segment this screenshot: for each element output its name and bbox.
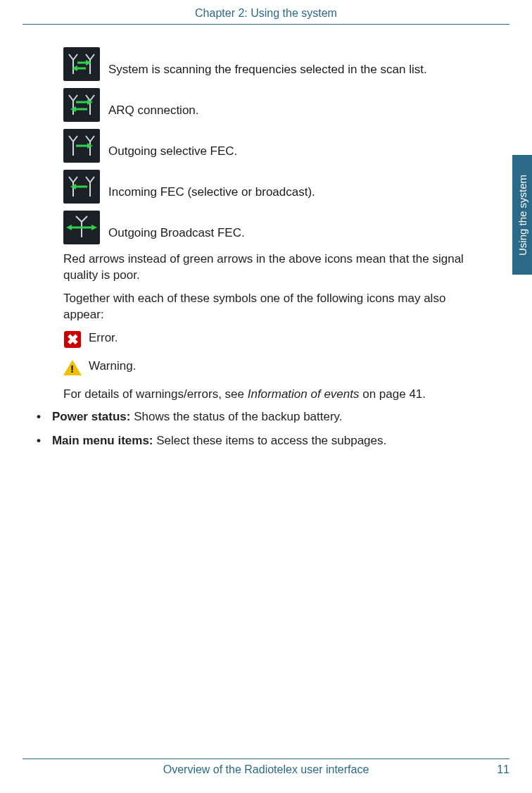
antenna-in-fec-icon — [63, 170, 100, 204]
status-row-warning: Warning. — [63, 358, 467, 377]
para-together: Together with each of these symbols one … — [63, 291, 467, 323]
details-post: on page 41. — [359, 387, 426, 401]
bullet-bold: Main menu items: — [52, 434, 153, 447]
warning-icon — [63, 358, 82, 377]
para-red-arrows: Red arrows instead of green arrows in th… — [63, 251, 467, 284]
page-content: System is scanning the frequencies selec… — [63, 47, 467, 448]
icon-row-in-fec: Incoming FEC (selective or broadcast). — [63, 170, 467, 204]
icon-label-arq: ARQ connection. — [108, 104, 199, 122]
icon-row-out-bcast-fec: Outgoing Broadcast FEC. — [63, 211, 467, 244]
page-header: Chapter 2: Using the system — [23, 0, 509, 25]
para-details: For details of warnings/errors, see Info… — [63, 387, 467, 403]
chapter-title: Chapter 2: Using the system — [195, 7, 337, 19]
page-number: 11 — [497, 763, 509, 776]
status-label-error: Error. — [89, 330, 118, 345]
bullet-marker: • — [37, 410, 41, 424]
antenna-out-bcast-fec-icon — [63, 211, 100, 244]
icon-row-arq: ARQ connection. — [63, 88, 467, 122]
bullet-rest: Select these items to access the subpage… — [153, 434, 387, 447]
side-tab-label: Using the system — [517, 174, 528, 255]
error-icon: ✖ — [63, 330, 82, 349]
icon-label-out-sel-fec: Outgoing selective FEC. — [108, 144, 237, 163]
svg-marker-7 — [66, 225, 72, 230]
details-pre: For details of warnings/errors, see — [63, 387, 248, 401]
page-footer: Overview of the Radiotelex user interfac… — [23, 758, 509, 776]
icon-row-scanning: System is scanning the frequencies selec… — [63, 47, 467, 81]
icon-label-in-fec: Incoming FEC (selective or broadcast). — [108, 185, 315, 204]
antenna-arq-icon — [63, 88, 100, 122]
icon-label-out-bcast-fec: Outgoing Broadcast FEC. — [108, 226, 245, 244]
footer-section: Overview of the Radiotelex user interfac… — [163, 763, 369, 776]
bullet-marker: • — [37, 434, 41, 448]
icon-label-scanning: System is scanning the frequencies selec… — [108, 63, 427, 81]
bullet-text: Main menu items: Select these items to a… — [52, 434, 386, 448]
icon-row-out-sel-fec: Outgoing selective FEC. — [63, 129, 467, 163]
status-label-warning: Warning. — [89, 358, 136, 373]
details-italic: Information of events — [248, 387, 360, 401]
bullet-text: Power status: Shows the status of the ba… — [52, 410, 343, 424]
bullet-rest: Shows the status of the backup battery. — [130, 410, 342, 423]
bullet-main-menu: • Main menu items: Select these items to… — [37, 434, 467, 448]
status-row-error: ✖ Error. — [63, 330, 467, 349]
antenna-out-sel-fec-icon — [63, 129, 100, 163]
bullet-power-status: • Power status: Shows the status of the … — [37, 410, 467, 424]
side-tab: Using the system — [512, 155, 532, 275]
bullet-bold: Power status: — [52, 410, 130, 423]
svg-marker-6 — [91, 225, 97, 230]
antenna-scanning-icon — [63, 47, 100, 81]
